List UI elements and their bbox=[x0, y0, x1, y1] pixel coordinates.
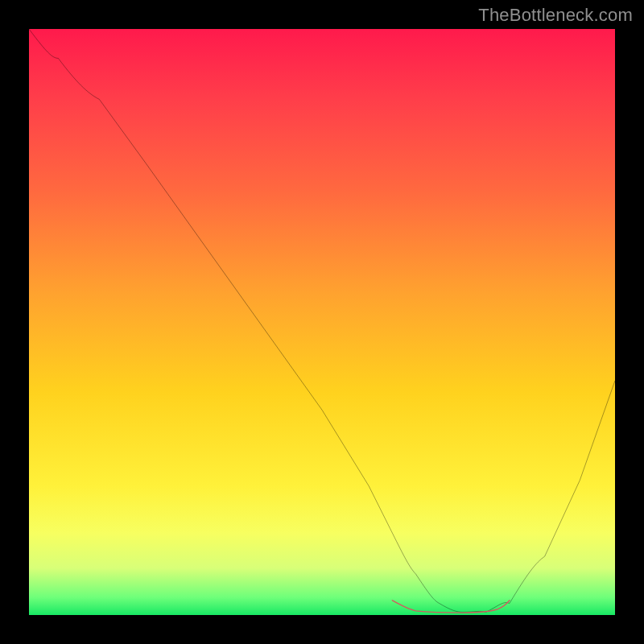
plot-area bbox=[29, 29, 615, 615]
curve-layer bbox=[29, 29, 615, 615]
flat-highlight bbox=[392, 601, 510, 613]
bottleneck-curve bbox=[29, 29, 615, 612]
watermark: TheBottleneck.com bbox=[478, 5, 633, 26]
chart-frame: TheBottleneck.com bbox=[0, 0, 644, 644]
